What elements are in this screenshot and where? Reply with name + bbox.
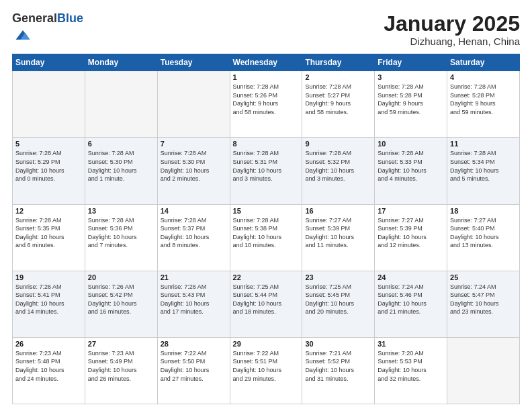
table-row <box>447 337 520 404</box>
table-row: 19Sunrise: 7:26 AM Sunset: 5:41 PM Dayli… <box>13 271 85 337</box>
logo: GeneralBlue <box>12 12 83 47</box>
day-info: Sunrise: 7:28 AM Sunset: 5:27 PM Dayligh… <box>305 83 371 116</box>
day-number: 23 <box>305 273 371 281</box>
day-number: 13 <box>88 207 154 215</box>
table-row: 31Sunrise: 7:20 AM Sunset: 5:53 PM Dayli… <box>375 337 447 404</box>
day-number: 20 <box>88 273 154 281</box>
calendar-table: Sunday Monday Tuesday Wednesday Thursday… <box>12 54 520 404</box>
day-number: 12 <box>15 207 82 215</box>
day-number: 2 <box>305 73 371 81</box>
page: GeneralBlue January 2025 Dizhuang, Henan… <box>0 0 532 411</box>
day-number: 28 <box>161 340 227 348</box>
day-number: 30 <box>305 340 371 348</box>
day-info: Sunrise: 7:27 AM Sunset: 5:40 PM Dayligh… <box>450 216 517 250</box>
day-number: 27 <box>88 340 154 348</box>
day-number: 1 <box>233 73 300 81</box>
day-info: Sunrise: 7:28 AM Sunset: 5:38 PM Dayligh… <box>233 216 300 250</box>
day-info: Sunrise: 7:27 AM Sunset: 5:39 PM Dayligh… <box>305 216 371 250</box>
table-row <box>13 71 85 138</box>
day-number: 4 <box>450 73 517 81</box>
table-row: 9Sunrise: 7:28 AM Sunset: 5:32 PM Daylig… <box>302 138 375 204</box>
day-number: 31 <box>378 340 444 348</box>
day-number: 21 <box>161 273 227 281</box>
calendar-week-3: 12Sunrise: 7:28 AM Sunset: 5:35 PM Dayli… <box>13 204 520 271</box>
table-row: 8Sunrise: 7:28 AM Sunset: 5:31 PM Daylig… <box>230 138 302 204</box>
table-row: 23Sunrise: 7:25 AM Sunset: 5:45 PM Dayli… <box>302 271 375 337</box>
table-row: 22Sunrise: 7:25 AM Sunset: 5:44 PM Dayli… <box>230 271 302 337</box>
table-row: 13Sunrise: 7:28 AM Sunset: 5:36 PM Dayli… <box>85 204 157 271</box>
day-number: 24 <box>378 273 444 281</box>
calendar-title: January 2025 <box>384 12 520 36</box>
table-row: 10Sunrise: 7:28 AM Sunset: 5:33 PM Dayli… <box>375 138 447 204</box>
day-number: 11 <box>450 140 517 148</box>
day-info: Sunrise: 7:24 AM Sunset: 5:46 PM Dayligh… <box>378 283 444 316</box>
table-row: 26Sunrise: 7:23 AM Sunset: 5:48 PM Dayli… <box>13 337 85 404</box>
col-tuesday: Tuesday <box>157 54 230 71</box>
day-number: 17 <box>378 207 444 215</box>
table-row: 21Sunrise: 7:26 AM Sunset: 5:43 PM Dayli… <box>157 271 230 337</box>
calendar-week-1: 1Sunrise: 7:28 AM Sunset: 5:26 PM Daylig… <box>13 71 520 138</box>
day-info: Sunrise: 7:28 AM Sunset: 5:34 PM Dayligh… <box>450 149 517 183</box>
day-info: Sunrise: 7:28 AM Sunset: 5:35 PM Dayligh… <box>15 216 82 250</box>
day-number: 26 <box>15 340 82 348</box>
table-row: 3Sunrise: 7:28 AM Sunset: 5:28 PM Daylig… <box>375 71 447 138</box>
col-friday: Friday <box>375 54 447 71</box>
table-row: 4Sunrise: 7:28 AM Sunset: 5:28 PM Daylig… <box>447 71 520 138</box>
day-number: 3 <box>378 73 444 81</box>
logo-text: GeneralBlue <box>12 12 83 26</box>
day-number: 25 <box>450 273 517 281</box>
day-info: Sunrise: 7:22 AM Sunset: 5:50 PM Dayligh… <box>161 349 227 383</box>
day-info: Sunrise: 7:27 AM Sunset: 5:39 PM Dayligh… <box>378 216 444 250</box>
col-monday: Monday <box>85 54 157 71</box>
day-info: Sunrise: 7:26 AM Sunset: 5:41 PM Dayligh… <box>15 283 82 316</box>
calendar-week-4: 19Sunrise: 7:26 AM Sunset: 5:41 PM Dayli… <box>13 271 520 337</box>
table-row: 24Sunrise: 7:24 AM Sunset: 5:46 PM Dayli… <box>375 271 447 337</box>
table-row: 25Sunrise: 7:24 AM Sunset: 5:47 PM Dayli… <box>447 271 520 337</box>
calendar-header-row: Sunday Monday Tuesday Wednesday Thursday… <box>13 54 520 71</box>
day-info: Sunrise: 7:28 AM Sunset: 5:37 PM Dayligh… <box>161 216 227 250</box>
day-number: 6 <box>88 140 154 148</box>
day-info: Sunrise: 7:24 AM Sunset: 5:47 PM Dayligh… <box>450 283 517 316</box>
table-row: 15Sunrise: 7:28 AM Sunset: 5:38 PM Dayli… <box>230 204 302 271</box>
day-info: Sunrise: 7:28 AM Sunset: 5:26 PM Dayligh… <box>233 83 300 116</box>
day-info: Sunrise: 7:25 AM Sunset: 5:44 PM Dayligh… <box>233 283 300 316</box>
day-info: Sunrise: 7:21 AM Sunset: 5:52 PM Dayligh… <box>305 349 371 383</box>
day-number: 10 <box>378 140 444 148</box>
table-row: 17Sunrise: 7:27 AM Sunset: 5:39 PM Dayli… <box>375 204 447 271</box>
title-block: January 2025 Dizhuang, Henan, China <box>384 12 520 47</box>
table-row: 28Sunrise: 7:22 AM Sunset: 5:50 PM Dayli… <box>157 337 230 404</box>
table-row: 12Sunrise: 7:28 AM Sunset: 5:35 PM Dayli… <box>13 204 85 271</box>
col-wednesday: Wednesday <box>230 54 302 71</box>
day-number: 7 <box>161 140 227 148</box>
calendar-subtitle: Dizhuang, Henan, China <box>384 36 520 47</box>
table-row: 7Sunrise: 7:28 AM Sunset: 5:30 PM Daylig… <box>157 138 230 204</box>
table-row: 11Sunrise: 7:28 AM Sunset: 5:34 PM Dayli… <box>447 138 520 204</box>
logo-blue: Blue <box>57 11 83 25</box>
logo-icon <box>13 26 32 44</box>
col-sunday: Sunday <box>13 54 85 71</box>
day-info: Sunrise: 7:26 AM Sunset: 5:42 PM Dayligh… <box>88 283 154 316</box>
day-info: Sunrise: 7:20 AM Sunset: 5:53 PM Dayligh… <box>378 349 444 383</box>
day-info: Sunrise: 7:28 AM Sunset: 5:30 PM Dayligh… <box>161 149 227 183</box>
day-info: Sunrise: 7:28 AM Sunset: 5:33 PM Dayligh… <box>378 149 444 183</box>
day-number: 18 <box>450 207 517 215</box>
table-row <box>85 71 157 138</box>
table-row: 16Sunrise: 7:27 AM Sunset: 5:39 PM Dayli… <box>302 204 375 271</box>
day-info: Sunrise: 7:28 AM Sunset: 5:31 PM Dayligh… <box>233 149 300 183</box>
day-info: Sunrise: 7:26 AM Sunset: 5:43 PM Dayligh… <box>161 283 227 316</box>
day-info: Sunrise: 7:23 AM Sunset: 5:49 PM Dayligh… <box>88 349 154 383</box>
table-row: 27Sunrise: 7:23 AM Sunset: 5:49 PM Dayli… <box>85 337 157 404</box>
day-number: 22 <box>233 273 300 281</box>
day-info: Sunrise: 7:28 AM Sunset: 5:32 PM Dayligh… <box>305 149 371 183</box>
day-info: Sunrise: 7:23 AM Sunset: 5:48 PM Dayligh… <box>15 349 82 383</box>
day-number: 29 <box>233 340 300 348</box>
day-number: 16 <box>305 207 371 215</box>
table-row: 5Sunrise: 7:28 AM Sunset: 5:29 PM Daylig… <box>13 138 85 204</box>
day-number: 19 <box>15 273 82 281</box>
day-info: Sunrise: 7:28 AM Sunset: 5:30 PM Dayligh… <box>88 149 154 183</box>
logo-general: General <box>12 11 57 25</box>
table-row: 1Sunrise: 7:28 AM Sunset: 5:26 PM Daylig… <box>230 71 302 138</box>
day-info: Sunrise: 7:28 AM Sunset: 5:28 PM Dayligh… <box>378 83 444 116</box>
table-row: 6Sunrise: 7:28 AM Sunset: 5:30 PM Daylig… <box>85 138 157 204</box>
header: GeneralBlue January 2025 Dizhuang, Henan… <box>12 12 520 47</box>
